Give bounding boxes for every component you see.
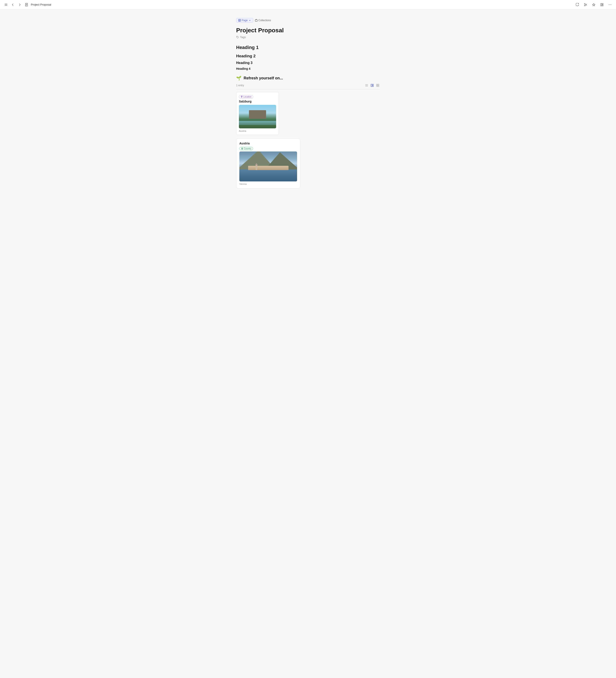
collections-icon [255, 19, 258, 22]
svg-point-7 [584, 3, 585, 4]
svg-point-34 [241, 96, 242, 97]
location-pin-icon [241, 96, 243, 98]
tab-collections[interactable]: Collections [255, 19, 271, 22]
tags-label: Tags [240, 36, 246, 39]
entry-count: 1 entry [236, 84, 244, 87]
svg-rect-28 [372, 84, 374, 85]
hallstatt-image [239, 151, 297, 181]
heading-2: Heading 2 [236, 54, 380, 59]
menu-icon[interactable] [3, 2, 8, 7]
tab-page[interactable]: Page [236, 18, 253, 23]
layout-icon[interactable] [599, 2, 605, 7]
svg-point-15 [609, 4, 609, 5]
tag-icon [236, 36, 239, 39]
cards-container: Location Salzburg Austria Austria Countr… [236, 92, 380, 188]
more-icon[interactable] [608, 2, 613, 7]
svg-rect-12 [601, 3, 602, 6]
austria-tag: Country [239, 147, 253, 150]
svg-rect-22 [255, 20, 257, 22]
topbar-doc-title: Project Proposal [31, 3, 51, 6]
svg-rect-13 [602, 3, 603, 4]
topbar-right [575, 2, 613, 7]
card-salzburg[interactable]: Location Salzburg Austria [236, 92, 279, 135]
forward-button[interactable] [17, 2, 22, 7]
sync-icon[interactable] [575, 2, 580, 7]
main-content: Page Collections Project Proposal Tags H… [231, 9, 385, 205]
card-austria[interactable]: Austria Country Vienna [236, 139, 300, 189]
austria-tag-label: Country [244, 147, 251, 150]
svg-point-16 [610, 4, 610, 5]
svg-point-8 [584, 5, 585, 6]
svg-rect-14 [602, 5, 603, 6]
section-emoji: 🌱 [236, 76, 241, 81]
page-tab-icon [238, 19, 241, 22]
back-button[interactable] [10, 2, 15, 7]
salzburg-tag: Location [239, 95, 253, 99]
salzburg-footer: Austria [239, 130, 276, 132]
svg-rect-29 [372, 85, 374, 87]
tab-bar: Page Collections [236, 18, 380, 23]
svg-rect-33 [378, 85, 379, 87]
svg-marker-11 [592, 3, 595, 6]
salzburg-image [239, 105, 276, 128]
tags-row[interactable]: Tags [236, 36, 380, 39]
austria-footer: Vienna [239, 183, 297, 185]
svg-point-23 [237, 36, 237, 37]
section-header: 🌱 Refresh yourself on... [236, 76, 380, 81]
tab-page-label: Page [242, 19, 248, 22]
topbar-left: Project Proposal [3, 2, 51, 7]
salzburg-tag-label: Location [243, 96, 252, 98]
tab-collections-label: Collections [258, 19, 271, 22]
section-title: Refresh yourself on... [244, 76, 283, 80]
svg-rect-27 [371, 84, 372, 87]
country-pin-icon [241, 148, 243, 150]
svg-rect-30 [377, 84, 378, 85]
list-view-button[interactable] [364, 83, 369, 87]
view-controls [364, 83, 380, 87]
page-title: Project Proposal [236, 27, 380, 34]
svg-point-17 [611, 4, 611, 5]
entry-row: 1 entry [236, 83, 380, 89]
heading-3: Heading 3 [236, 61, 380, 65]
heading-4: Heading 4 [236, 67, 380, 70]
austria-name: Austria [239, 142, 297, 145]
svg-rect-32 [377, 85, 378, 87]
scissors-icon[interactable] [583, 2, 588, 7]
doc-icon [24, 2, 29, 7]
salzburg-name: Salzburg [239, 100, 276, 103]
tab-page-chevron [248, 19, 251, 22]
gallery-view-button[interactable] [370, 83, 374, 87]
svg-rect-31 [378, 84, 379, 85]
star-icon[interactable] [591, 2, 596, 7]
grid-view-button[interactable] [376, 83, 380, 87]
heading-1: Heading 1 [236, 45, 380, 50]
topbar: Project Proposal [0, 0, 616, 9]
svg-point-35 [242, 148, 242, 149]
